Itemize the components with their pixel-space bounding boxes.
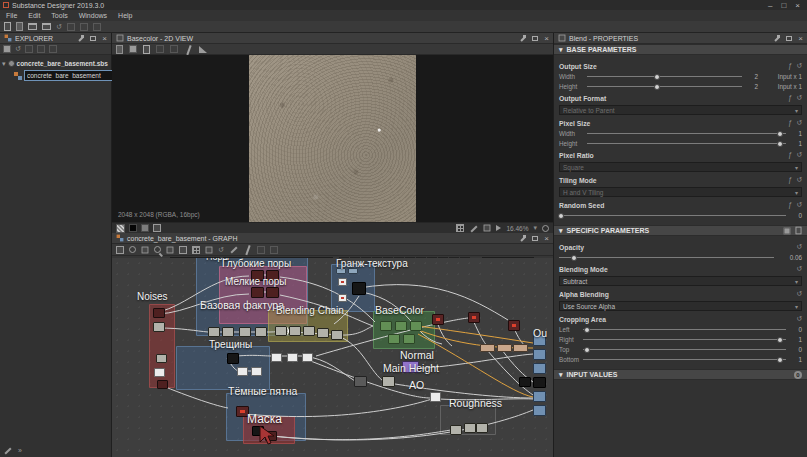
align-icon[interactable] xyxy=(206,246,213,253)
cut-icon[interactable] xyxy=(80,23,88,31)
alpha-blending-dropdown[interactable]: Use Source Alpha ▾ xyxy=(559,301,802,311)
function-icon[interactable]: ƒ xyxy=(788,119,792,127)
output-height-mode[interactable]: Input x 1 xyxy=(762,83,802,90)
output-format-dropdown[interactable]: Relative to Parent ▾ xyxy=(559,105,802,115)
maximize-button[interactable]: □ xyxy=(781,1,786,10)
pointer-icon[interactable] xyxy=(469,224,478,233)
crop-bottom-slider[interactable] xyxy=(583,356,786,363)
tiling-mode-dropdown[interactable]: H and V Tiling ▾ xyxy=(559,187,802,197)
material-mode-icon[interactable] xyxy=(179,246,187,254)
function-icon[interactable]: ƒ xyxy=(788,201,792,209)
fit-view-icon[interactable] xyxy=(542,225,549,232)
menu-tools[interactable]: Tools xyxy=(51,12,67,19)
cut-links-icon[interactable] xyxy=(243,245,252,254)
info-icon[interactable] xyxy=(142,246,149,253)
texture-preview[interactable] xyxy=(249,55,416,222)
close-icon[interactable]: × xyxy=(544,235,549,242)
pin-icon[interactable] xyxy=(77,35,84,42)
close-icon[interactable]: × xyxy=(102,35,107,42)
copy-icon[interactable] xyxy=(93,23,101,31)
pixel-ratio-dropdown[interactable]: Square ▾ xyxy=(559,162,802,172)
save-image-icon[interactable] xyxy=(116,45,123,54)
search-icon[interactable] xyxy=(154,246,161,253)
function-icon[interactable]: ƒ xyxy=(788,94,792,102)
load-session-icon[interactable] xyxy=(28,23,37,30)
save-icon[interactable] xyxy=(3,45,11,53)
undo-icon[interactable]: ↺ xyxy=(56,23,62,31)
focus-icon[interactable] xyxy=(257,246,265,254)
log-pen-icon[interactable] xyxy=(3,446,12,455)
tiling-icon[interactable] xyxy=(170,45,178,53)
crop-right-slider[interactable] xyxy=(583,336,786,343)
pan-tool-icon[interactable] xyxy=(129,246,136,253)
graph-item-row[interactable] xyxy=(14,70,109,81)
expand-log-icon[interactable]: » xyxy=(18,447,22,454)
reset-icon[interactable]: ↺ xyxy=(796,243,802,251)
background-black-icon[interactable] xyxy=(129,224,137,232)
zoom-dropdown-icon[interactable]: ▾ xyxy=(533,224,537,232)
frame-tool-icon[interactable] xyxy=(270,246,278,254)
reset-icon[interactable]: ↺ xyxy=(796,62,802,70)
link-mode-icon[interactable] xyxy=(167,246,174,253)
output-width-mode[interactable]: Input x 1 xyxy=(762,73,802,80)
reset-icon[interactable]: ↺ xyxy=(796,315,802,323)
crop-left-slider[interactable] xyxy=(583,326,786,333)
close-icon[interactable]: × xyxy=(798,35,803,42)
background-checker-icon[interactable] xyxy=(116,224,125,233)
float-icon[interactable] xyxy=(532,236,538,241)
reset-icon[interactable]: ↺ xyxy=(796,176,802,184)
expand-caret-icon[interactable]: ▾ xyxy=(2,60,6,68)
function-icon[interactable]: ƒ xyxy=(788,62,792,70)
graph-canvas[interactable]: ПорыГлубокие порыМелкие порыГранж-тексту… xyxy=(112,258,553,457)
expand-all-icon[interactable] xyxy=(37,45,45,53)
menu-file[interactable]: File xyxy=(6,12,17,19)
output-width-slider[interactable] xyxy=(587,73,742,80)
crop-top-slider[interactable] xyxy=(583,346,786,353)
reset-icon[interactable]: ↺ xyxy=(796,201,802,209)
float-icon[interactable] xyxy=(532,36,538,41)
pixel-height-slider[interactable] xyxy=(587,140,786,147)
base-parameters-header[interactable]: ▾ BASE PARAMETERS xyxy=(554,44,807,55)
pin-icon[interactable] xyxy=(773,35,780,42)
copy-image-icon[interactable] xyxy=(143,45,150,54)
play-icon[interactable] xyxy=(496,225,501,231)
input-values-header[interactable]: ▾ INPUT VALUES 0 xyxy=(554,369,807,380)
random-seed-slider[interactable] xyxy=(559,212,786,219)
histogram-icon[interactable] xyxy=(199,46,207,53)
refresh-icon[interactable]: ↺ xyxy=(15,45,21,53)
menu-windows[interactable]: Windows xyxy=(79,12,107,19)
reset-icon[interactable]: ↺ xyxy=(796,94,802,102)
view2d-canvas[interactable]: 2048 x 2048 (RGBA, 16bpc) xyxy=(112,55,553,222)
select-tool-icon[interactable] xyxy=(116,246,124,254)
frame-view-icon[interactable] xyxy=(153,224,161,232)
properties-tab[interactable]: Blend - PROPERTIES xyxy=(569,35,638,42)
close-icon[interactable]: × xyxy=(544,35,549,42)
redo-icon[interactable] xyxy=(67,23,75,31)
load-preset-icon[interactable] xyxy=(796,227,802,235)
minimize-button[interactable]: – xyxy=(768,1,772,10)
comment-icon[interactable] xyxy=(229,245,238,254)
open-substance-icon[interactable] xyxy=(16,22,23,31)
blending-mode-dropdown[interactable]: Subtract ▾ xyxy=(559,276,802,286)
reset-icon[interactable]: ↺ xyxy=(796,290,802,298)
function-icon[interactable]: ƒ xyxy=(788,151,792,159)
function-icon[interactable]: ƒ xyxy=(788,176,792,184)
rotate-icon[interactable]: ↺ xyxy=(218,246,224,254)
collapse-all-icon[interactable] xyxy=(49,45,57,53)
stop-icon[interactable] xyxy=(484,225,491,232)
gamma-icon[interactable] xyxy=(184,45,193,54)
opacity-slider[interactable] xyxy=(559,254,774,261)
save-session-icon[interactable] xyxy=(42,23,51,30)
grid-icon[interactable] xyxy=(456,224,464,232)
menu-edit[interactable]: Edit xyxy=(28,12,40,19)
package-name[interactable]: concrete_bare_basement.sbs xyxy=(17,60,108,67)
view2d-tab[interactable]: Basecolor - 2D VIEW xyxy=(127,35,193,42)
background-gray-icon[interactable] xyxy=(141,224,149,232)
new-substance-icon[interactable] xyxy=(4,22,11,31)
pin-icon[interactable] xyxy=(519,35,526,42)
save-preset-icon[interactable] xyxy=(784,227,791,234)
snap-grid-icon[interactable] xyxy=(192,246,200,254)
pin-icon[interactable] xyxy=(519,235,526,242)
reset-icon[interactable]: ↺ xyxy=(796,265,802,273)
reset-icon[interactable]: ↺ xyxy=(796,119,802,127)
